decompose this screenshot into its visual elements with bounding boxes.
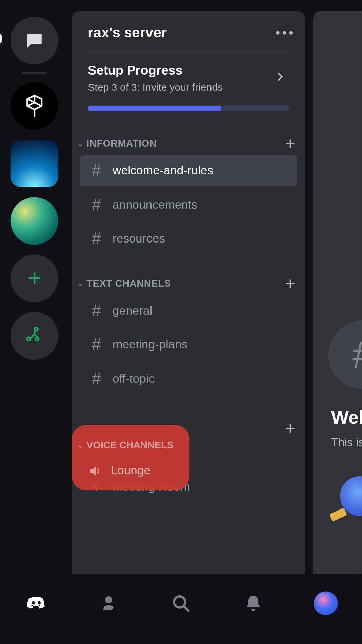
- channel-label: meeting-plans: [113, 338, 187, 352]
- channel-welcome-and-rules[interactable]: # welcome-and-rules: [80, 155, 297, 186]
- hash-icon: #: [89, 161, 104, 180]
- friend-wave-icon: [98, 593, 119, 614]
- nav-notifications[interactable]: [240, 590, 266, 617]
- channel-hero-icon: #: [328, 320, 362, 389]
- hub-icon: [24, 326, 44, 345]
- channel-meeting-plans[interactable]: # meeting-plans: [80, 329, 297, 361]
- progress-fill: [88, 106, 221, 111]
- add-server-button[interactable]: [10, 255, 58, 302]
- progress-bar: [88, 106, 289, 111]
- channel-announcements[interactable]: # announcements: [80, 189, 297, 221]
- add-channel-button[interactable]: +: [285, 135, 295, 153]
- server-rail: [0, 0, 68, 574]
- hash-icon: #: [89, 301, 104, 320]
- nav-home[interactable]: [23, 590, 49, 617]
- category-header-information[interactable]: ⌄ INFORMATION +: [72, 135, 305, 153]
- server-menu-button[interactable]: [276, 31, 293, 35]
- category-header-text-channels[interactable]: ⌄ TEXT CHANNELS +: [72, 275, 305, 292]
- server-icon-1[interactable]: [10, 140, 58, 187]
- channel-resources[interactable]: # resources: [80, 223, 297, 255]
- discover-button[interactable]: [10, 312, 58, 360]
- category-label: INFORMATION: [86, 138, 157, 149]
- hash-icon: #: [89, 369, 104, 388]
- highlight-channel: Lounge: [111, 464, 151, 478]
- nav-search[interactable]: [168, 590, 194, 617]
- channel-label: welcome-and-rules: [113, 164, 213, 178]
- channel-off-topic[interactable]: # off-topic: [80, 363, 297, 395]
- hash-icon: #: [352, 333, 362, 376]
- highlight-annotation: ⌄ VOICE CHANNELS Lounge: [72, 425, 189, 490]
- setup-title: Setup Progress: [88, 63, 289, 77]
- server-title[interactable]: rax's server: [88, 24, 167, 41]
- channel-label: announcements: [113, 198, 197, 212]
- server-icon-openai[interactable]: [10, 82, 58, 130]
- hash-icon: #: [89, 229, 104, 249]
- bell-icon: [243, 593, 264, 614]
- chevron-down-icon: ⌄: [77, 279, 84, 288]
- add-channel-button[interactable]: +: [285, 275, 295, 292]
- bottom-nav: [0, 574, 362, 644]
- search-icon: [170, 592, 192, 614]
- peek-title: Wel: [331, 407, 362, 428]
- openai-icon: [20, 92, 48, 120]
- category-label: TEXT CHANNELS: [86, 278, 171, 289]
- illustration: [340, 476, 362, 516]
- chat-bubble-icon: [23, 30, 45, 51]
- speaker-icon: [88, 464, 102, 478]
- setup-subtitle: Step 3 of 3: Invite your friends: [88, 81, 289, 93]
- direct-messages-button[interactable]: [10, 17, 58, 64]
- channel-general[interactable]: # general: [80, 295, 297, 327]
- discord-icon: [24, 591, 49, 616]
- active-indicator: [0, 34, 2, 43]
- nav-profile[interactable]: [312, 590, 339, 617]
- server-icon-2[interactable]: [10, 197, 58, 245]
- hash-icon: #: [89, 195, 104, 214]
- chevron-right-icon: [274, 71, 286, 83]
- content-peek: # Wel This is: [313, 11, 362, 574]
- more-icon: [276, 31, 280, 35]
- rail-divider: [22, 72, 47, 74]
- chevron-down-icon: ⌄: [77, 440, 84, 450]
- add-channel-button[interactable]: +: [285, 419, 295, 437]
- setup-progress-card[interactable]: Setup Progress Step 3 of 3: Invite your …: [72, 52, 305, 114]
- chevron-down-icon: ⌄: [77, 139, 84, 149]
- channel-label: resources: [113, 232, 165, 246]
- channel-label: off-topic: [113, 372, 155, 386]
- peek-subtitle: This is: [331, 436, 362, 450]
- nav-friends[interactable]: [95, 590, 122, 617]
- channel-label: general: [113, 304, 153, 318]
- highlight-category: VOICE CHANNELS: [86, 439, 173, 451]
- plus-icon: [26, 270, 43, 287]
- avatar: [314, 591, 338, 615]
- hash-icon: #: [89, 335, 104, 355]
